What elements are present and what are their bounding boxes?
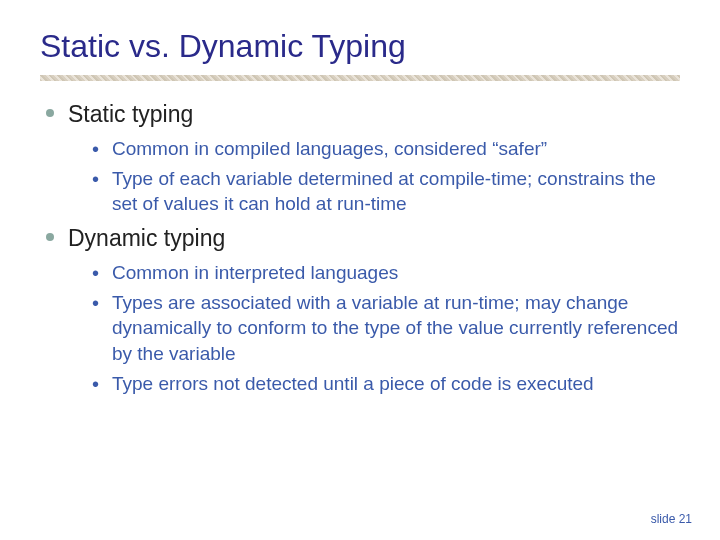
list-item: Type of each variable determined at comp… (92, 166, 680, 217)
bullet-text: Type of each variable determined at comp… (112, 168, 656, 215)
section-heading: Dynamic typing (68, 225, 225, 251)
bullet-text: Common in interpreted languages (112, 262, 398, 283)
bullet-list: Static typing Common in compiled languag… (40, 99, 680, 396)
list-item: Type errors not detected until a piece o… (92, 371, 680, 397)
bullet-text: Types are associated with a variable at … (112, 292, 678, 364)
slide-number: slide 21 (651, 512, 692, 526)
sub-list: Common in compiled languages, considered… (68, 136, 680, 217)
list-item: Static typing Common in compiled languag… (40, 99, 680, 217)
slide-title: Static vs. Dynamic Typing (40, 28, 680, 65)
slide-content: Static vs. Dynamic Typing Static typing … (0, 0, 720, 396)
list-item: Common in interpreted languages (92, 260, 680, 286)
list-item: Dynamic typing Common in interpreted lan… (40, 223, 680, 396)
list-item: Common in compiled languages, considered… (92, 136, 680, 162)
bullet-text: Type errors not detected until a piece o… (112, 373, 594, 394)
section-heading: Static typing (68, 101, 193, 127)
bullet-text: Common in compiled languages, considered… (112, 138, 547, 159)
divider (40, 75, 680, 81)
sub-list: Common in interpreted languages Types ar… (68, 260, 680, 396)
list-item: Types are associated with a variable at … (92, 290, 680, 367)
